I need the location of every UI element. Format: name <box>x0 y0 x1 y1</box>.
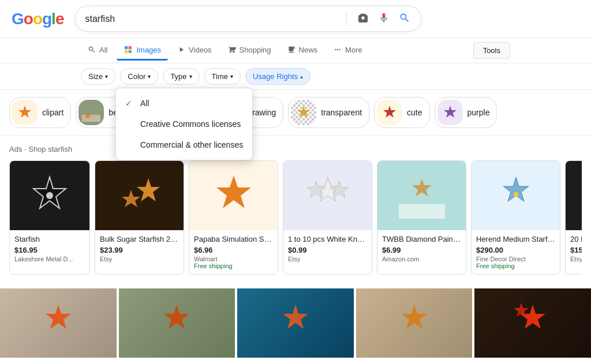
tab-videos-label: Videos <box>189 46 212 54</box>
ad-name-4: TWBB Diamond Painting Kits for... <box>382 235 461 243</box>
suggestion-chip-cute[interactable]: cute <box>374 97 429 128</box>
voice-search-button[interactable] <box>377 11 391 27</box>
chevron-down-icon: ▾ <box>189 73 192 80</box>
svg-rect-23 <box>399 204 445 219</box>
filter-color[interactable]: Color ▾ <box>120 68 158 85</box>
dropdown-item-commercial[interactable]: ✓ Commercial & other licenses <box>116 134 252 155</box>
suggestion-label-clipart: clipart <box>42 108 63 117</box>
suggestion-chip-clipart[interactable]: clipart <box>9 97 71 128</box>
suggestion-img-purple <box>437 100 463 125</box>
ad-card-1[interactable]: Bulk Sugar Starfish 20 pcs 3/4 to 2 1/..… <box>95 160 184 275</box>
ad-seller-2: Walmart <box>194 256 273 262</box>
bottom-img-0[interactable] <box>0 288 117 358</box>
bottom-starfish-2 <box>272 300 319 346</box>
images-icon <box>124 45 133 54</box>
ad-card-5[interactable]: Herend Medium Starfish, Blue VHB... $290… <box>471 160 560 275</box>
suggestion-label-transparent: transparent <box>321 108 362 117</box>
svg-marker-17 <box>216 175 251 208</box>
bottom-img-3[interactable] <box>356 288 473 358</box>
suggestion-chip-transparent[interactable]: transparent <box>288 97 369 128</box>
filter-usage-rights-label: Usage Rights <box>253 72 298 81</box>
starfish-clipart-img <box>16 103 34 122</box>
videos-icon <box>177 46 185 54</box>
camera-search-button[interactable] <box>356 11 370 27</box>
filter-type-label: Type <box>170 72 186 81</box>
ad-price-5: $290.00 <box>476 246 555 254</box>
tab-more[interactable]: More <box>327 41 369 61</box>
svg-marker-33 <box>164 305 189 329</box>
tab-shopping-label: Shopping <box>240 46 271 54</box>
starfish-cute-img <box>380 103 399 122</box>
svg-marker-11 <box>383 106 396 118</box>
ad-info-3: 1 to 10 pcs White Knobby Starfish... $0.… <box>283 230 372 267</box>
starfish-svg-4 <box>399 172 445 219</box>
all-icon <box>88 46 96 54</box>
ad-card-2[interactable]: Papaba Simulation Starfish,Simulatio... … <box>189 160 278 275</box>
svg-rect-2 <box>125 50 128 53</box>
ad-img-5 <box>472 161 560 230</box>
starfish-svg-5 <box>493 172 539 219</box>
svg-marker-16 <box>122 190 140 207</box>
dropdown-item-creative-commons[interactable]: ✓ Creative Commons licenses <box>116 114 252 134</box>
svg-rect-0 <box>125 46 128 49</box>
ad-seller-1: Etsy <box>100 256 179 262</box>
filter-usage-rights[interactable]: Usage Rights ▴ <box>245 68 311 85</box>
ad-name-3: 1 to 10 pcs White Knobby Starfish... <box>288 235 367 243</box>
filter-time[interactable]: Time ▾ <box>204 68 241 85</box>
svg-marker-34 <box>283 305 308 329</box>
tab-all[interactable]: All <box>81 41 114 61</box>
chevron-up-icon: ▴ <box>300 73 303 80</box>
ad-card-0[interactable]: Starfish $16.95 Lakeshore Metal D... <box>9 160 90 275</box>
ad-name-1: Bulk Sugar Starfish 20 pcs 3/4 to 2 1/..… <box>100 235 179 243</box>
tab-videos[interactable]: Videos <box>170 41 219 61</box>
bottom-img-4[interactable] <box>474 288 591 358</box>
filter-size-label: Size <box>88 72 103 81</box>
ad-price-6: $15.49 <box>570 246 582 254</box>
filter-size[interactable]: Size ▾ <box>81 68 115 85</box>
suggestion-chip-purple[interactable]: purple <box>435 97 498 128</box>
camera-icon <box>357 12 369 24</box>
ad-info-0: Starfish $16.95 Lakeshore Metal D... <box>10 230 89 267</box>
tab-news-label: News <box>299 46 318 54</box>
ad-shipping-5: Free shipping <box>476 262 555 269</box>
google-logo[interactable]: Google <box>12 10 63 28</box>
ad-price-1: $23.99 <box>100 246 179 254</box>
divider <box>346 13 347 25</box>
ad-card-6[interactable]: 20 Finger Starfish Natural White 20... $… <box>565 160 582 275</box>
filter-type[interactable]: Type ▾ <box>163 68 199 85</box>
bottom-starfish-3 <box>391 300 437 346</box>
logo-letter-l: l <box>51 10 55 28</box>
ad-name-5: Herend Medium Starfish, Blue VHB... <box>476 235 555 243</box>
bottom-img-1[interactable] <box>119 288 235 358</box>
ads-grid: Starfish $16.95 Lakeshore Metal D... Bul… <box>9 160 582 275</box>
ad-info-1: Bulk Sugar Starfish 20 pcs 3/4 to 2 1/..… <box>95 230 184 267</box>
starfish-svg-3 <box>305 172 351 219</box>
svg-rect-1 <box>129 46 132 49</box>
ad-card-3[interactable]: 1 to 10 pcs White Knobby Starfish... $0.… <box>283 160 372 275</box>
ad-info-4: TWBB Diamond Painting Kits for... $6.99 … <box>377 230 466 267</box>
google-search-button[interactable] <box>398 11 412 27</box>
mic-icon <box>378 12 390 24</box>
tab-news[interactable]: News <box>280 41 325 61</box>
ad-name-2: Papaba Simulation Starfish,Simulatio... <box>194 235 273 243</box>
starfish-svg-1 <box>114 172 166 219</box>
tools-button[interactable]: Tools <box>473 42 510 59</box>
ad-card-4[interactable]: TWBB Diamond Painting Kits for... $6.99 … <box>377 160 466 275</box>
tab-images[interactable]: Images <box>117 40 168 61</box>
tab-shopping[interactable]: Shopping <box>221 41 278 61</box>
dropdown-item-all[interactable]: ✓ All <box>116 93 252 114</box>
more-icon <box>334 46 342 54</box>
check-icon: ✓ <box>125 99 134 108</box>
ad-seller-0: Lakeshore Metal D... <box>14 256 85 262</box>
search-input[interactable] <box>85 14 338 24</box>
bottom-img-2[interactable] <box>237 288 354 358</box>
dropdown-item-all-label: All <box>140 99 149 108</box>
bottom-starfish-4 <box>510 300 556 346</box>
tab-more-label: More <box>345 46 362 54</box>
svg-marker-15 <box>137 178 160 201</box>
ad-seller-6: Etsy <box>570 256 582 262</box>
ad-price-3: $0.99 <box>288 246 367 254</box>
shopping-icon <box>228 46 236 54</box>
search-icon <box>399 12 410 24</box>
filter-color-label: Color <box>128 72 145 81</box>
